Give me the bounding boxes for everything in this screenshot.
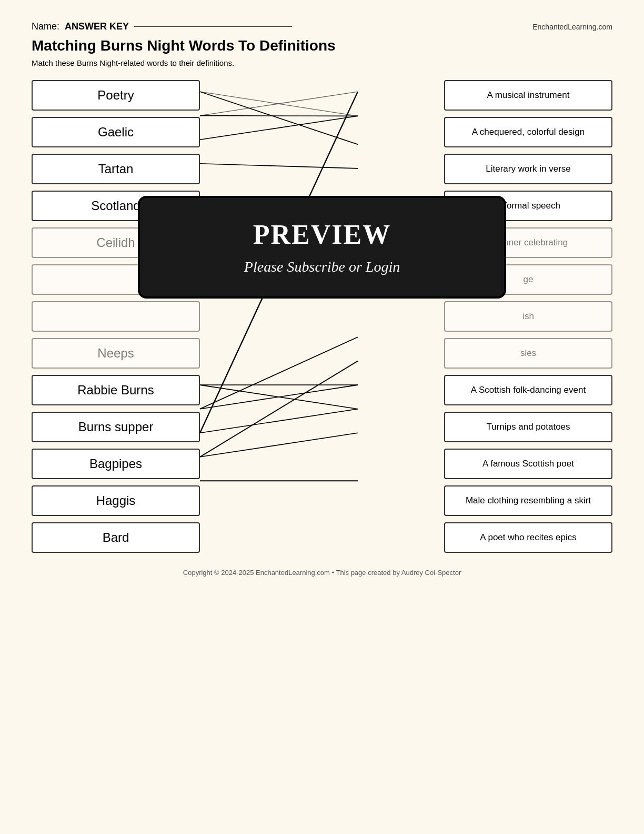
columns: Poetry Gaelic Tartan Scotland Ceilidh Ne…: [32, 80, 612, 553]
answer-key-text: ANSWER KEY: [65, 21, 129, 32]
word-haggis: Haggis: [32, 485, 200, 516]
name-label: Name:: [32, 21, 59, 32]
def-8: sles: [444, 338, 612, 369]
name-line: Name: ANSWER KEY: [32, 21, 292, 32]
word-burns-supper: Burns supper: [32, 412, 200, 442]
def-poet-recites: A poet who recites epics: [444, 522, 612, 553]
def-scottish-folk: A Scottish folk-dancing event: [444, 375, 612, 405]
top-bar: Name: ANSWER KEY EnchantedLearning.com: [32, 21, 612, 32]
word-bard: Bard: [32, 522, 200, 553]
matching-area: Poetry Gaelic Tartan Scotland Ceilidh Ne…: [32, 80, 612, 553]
def-7: ish: [444, 301, 612, 332]
word-neeps: Neeps: [32, 338, 200, 369]
preview-subtitle: Please Subscribe or Login: [166, 259, 478, 275]
def-literary: Literary work in verse: [444, 154, 612, 184]
subtitle: Match these Burns Night-related words to…: [32, 58, 612, 67]
def-chequered: A chequered, colorful design: [444, 117, 612, 147]
word-poetry: Poetry: [32, 80, 200, 111]
left-column: Poetry Gaelic Tartan Scotland Ceilidh Ne…: [32, 80, 200, 553]
footer: Copyright © 2024-2025 EnchantedLearning.…: [32, 569, 612, 577]
preview-title: PREVIEW: [166, 219, 478, 250]
word-bagpipes: Bagpipes: [32, 449, 200, 479]
def-musical-instrument: A musical instrument: [444, 80, 612, 111]
name-underline: [134, 26, 292, 27]
word-7: [32, 301, 200, 332]
word-tartan: Tartan: [32, 154, 200, 184]
preview-overlay: PREVIEW Please Subscribe or Login: [138, 196, 506, 299]
def-male-clothing: Male clothing resembling a skirt: [444, 485, 612, 516]
page-title: Matching Burns Night Words To Definition…: [32, 37, 612, 54]
word-gaelic: Gaelic: [32, 117, 200, 147]
right-column: A musical instrument A chequered, colorf…: [444, 80, 612, 553]
def-famous-poet: A famous Scottish poet: [444, 449, 612, 479]
def-turnips: Turnips and potatoes: [444, 412, 612, 442]
site-url: EnchantedLearning.com: [532, 23, 612, 31]
word-rabbie-burns: Rabbie Burns: [32, 375, 200, 405]
